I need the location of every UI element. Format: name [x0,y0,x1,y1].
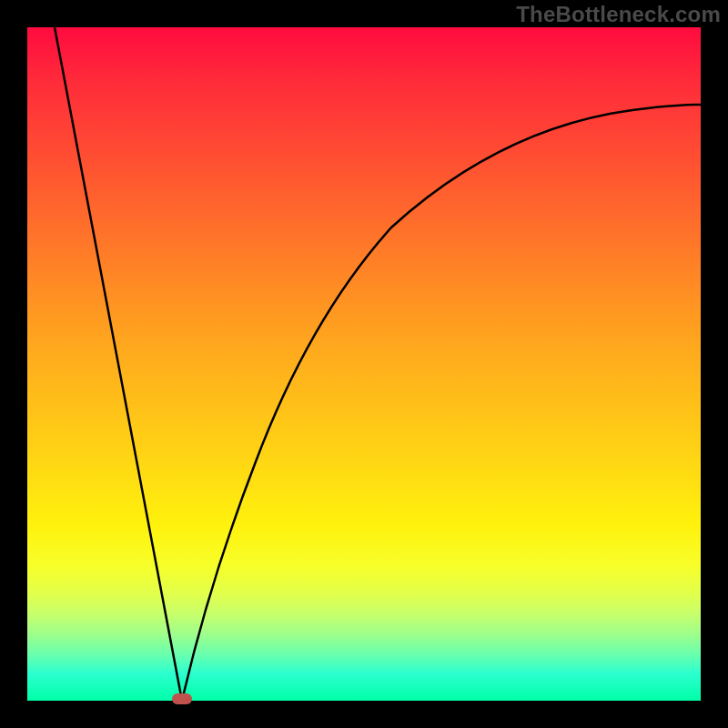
chart-frame: TheBottleneck.com [0,0,728,728]
optimal-point-marker [172,693,192,704]
curve-left-branch [55,27,182,701]
plot-area [27,27,701,701]
watermark-text: TheBottleneck.com [516,2,721,27]
bottleneck-curve [27,27,701,701]
curve-right-branch [182,105,701,701]
